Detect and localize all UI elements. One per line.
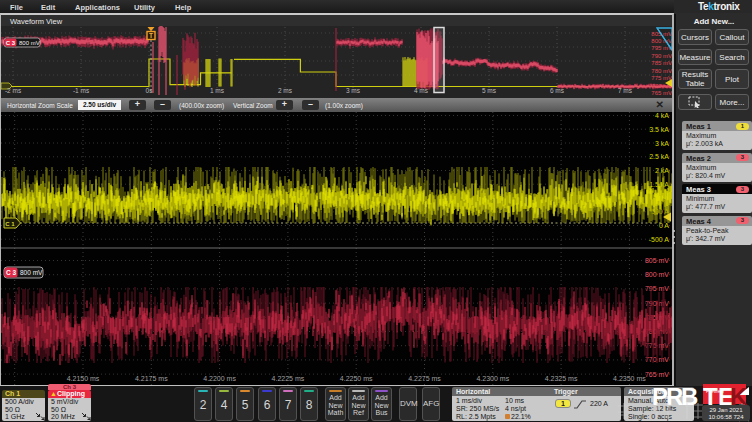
svg-text:6 ms: 6 ms xyxy=(550,87,565,94)
svg-text:4.2300 ms: 4.2300 ms xyxy=(476,375,509,382)
svg-text:785 mV: 785 mV xyxy=(651,60,672,66)
svg-text:C 1: C 1 xyxy=(5,221,15,227)
svg-text:4.2350 ms: 4.2350 ms xyxy=(613,375,646,382)
svg-text:T: T xyxy=(149,32,153,39)
svg-text:2 kA: 2 kA xyxy=(655,167,669,174)
svg-text:3.5 kA: 3.5 kA xyxy=(649,126,669,133)
svg-text:3 kA: 3 kA xyxy=(655,140,669,147)
svg-text:800 mV: 800 mV xyxy=(20,269,43,276)
svg-text:4.2325 ms: 4.2325 ms xyxy=(545,375,578,382)
svg-text:-500 A: -500 A xyxy=(649,236,670,243)
svg-text:4 ms: 4 ms xyxy=(414,87,429,94)
svg-text:4.2200 ms: 4.2200 ms xyxy=(203,375,236,382)
svg-text:4.2250 ms: 4.2250 ms xyxy=(340,375,373,382)
svg-text:C 3: C 3 xyxy=(6,269,17,276)
svg-text:775 mV: 775 mV xyxy=(651,75,672,81)
svg-text:4 kA: 4 kA xyxy=(655,112,669,119)
svg-text:5 ms: 5 ms xyxy=(482,87,497,94)
svg-text:765 mV: 765 mV xyxy=(645,371,669,378)
svg-text:4.2175 ms: 4.2175 ms xyxy=(135,375,168,382)
svg-text:4.2150 ms: 4.2150 ms xyxy=(67,375,100,382)
svg-text:2 ms: 2 ms xyxy=(278,87,293,94)
svg-text:4.2275 ms: 4.2275 ms xyxy=(408,375,441,382)
svg-text:795 mV: 795 mV xyxy=(645,285,669,292)
svg-text:4.2225 ms: 4.2225 ms xyxy=(272,375,305,382)
svg-text:-1 ms: -1 ms xyxy=(73,87,90,94)
svg-text:7 ms: 7 ms xyxy=(618,87,633,94)
svg-text:780 mV: 780 mV xyxy=(651,68,672,74)
svg-text:790 mV: 790 mV xyxy=(651,53,672,59)
svg-text:1 ms: 1 ms xyxy=(210,87,225,94)
svg-text:800 mV: 800 mV xyxy=(645,271,669,278)
svg-text:3 ms: 3 ms xyxy=(346,87,361,94)
svg-text:0s: 0s xyxy=(146,87,154,94)
svg-text:-2 ms: -2 ms xyxy=(5,87,22,94)
svg-text:800 mV: 800 mV xyxy=(651,38,672,44)
svg-text:2.5 kA: 2.5 kA xyxy=(649,153,669,160)
svg-text:800 mV: 800 mV xyxy=(19,40,40,46)
svg-text:C 3: C 3 xyxy=(6,40,16,46)
svg-text:805 mV: 805 mV xyxy=(645,257,669,264)
svg-text:765 mV: 765 mV xyxy=(651,90,672,96)
